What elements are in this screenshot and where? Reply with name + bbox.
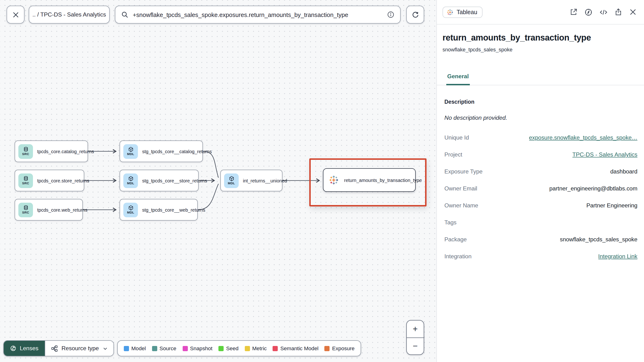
resource-package-subtitle: snowflake_tpcds_sales_spoke xyxy=(442,47,638,52)
owner-name-value: Partner Engineering xyxy=(586,202,638,209)
cube-icon xyxy=(128,147,134,152)
database-icon xyxy=(23,147,28,152)
graph-node-stg-catalog-returns[interactable]: MDL stg_tpcds_core__catalog_returns xyxy=(120,140,203,162)
resource-type-label: Resource type xyxy=(62,345,99,352)
info-icon[interactable] xyxy=(387,11,394,18)
node-label: return_amounts_by_transaction_type xyxy=(344,177,422,183)
database-icon xyxy=(23,205,28,211)
graph-node-stg-store-returns[interactable]: MDL stg_tpcds_core__store_returns xyxy=(120,170,199,191)
field-row-unique-id: Unique Id exposure.snowflake_tpcds_sales… xyxy=(444,129,638,146)
graph-node-src-store-returns[interactable]: SRC tpcds_core.store_returns xyxy=(14,170,84,191)
source-badge: SRC xyxy=(18,173,33,188)
search-input[interactable] xyxy=(133,11,383,18)
search-icon xyxy=(121,11,128,18)
node-label: tpcds_core.store_returns xyxy=(37,178,89,183)
model-badge: MDL xyxy=(224,173,239,188)
integration-badge: Tableau xyxy=(442,6,482,18)
node-label: int_returns__unioned xyxy=(243,178,287,183)
metric-swatch xyxy=(244,346,250,351)
node-label: tpcds_core.catalog_returns xyxy=(37,149,94,154)
chevron-down-icon xyxy=(103,346,108,351)
refresh-icon xyxy=(411,11,419,19)
close-lineage-button[interactable] xyxy=(6,6,24,24)
close-panel-icon[interactable] xyxy=(629,8,637,16)
model-swatch xyxy=(124,346,129,351)
resource-title: return_amounts_by_transaction_type xyxy=(442,33,638,43)
semantic-model-swatch xyxy=(273,346,278,351)
breadcrumb-label: .. / TPC-DS - Sales Analytics xyxy=(32,11,106,18)
zoom-in-button[interactable]: + xyxy=(407,320,424,337)
lenses-bar: Lenses Resource type xyxy=(3,340,114,356)
description-value: No description provided. xyxy=(444,115,638,121)
source-badge: SRC xyxy=(18,203,33,217)
panel-actions xyxy=(570,8,637,16)
share-icon[interactable] xyxy=(614,8,622,16)
graph-node-exposure-return-amounts[interactable]: return_amounts_by_transaction_type xyxy=(323,168,416,192)
graph-node-int-returns-unioned[interactable]: MDL int_returns__unioned xyxy=(220,170,282,191)
source-swatch xyxy=(152,346,157,351)
cube-icon xyxy=(128,176,134,182)
details-panel-header: Tableau xyxy=(437,0,644,25)
integration-link[interactable]: Integration Link xyxy=(598,253,638,260)
zoom-controls: + − xyxy=(406,320,424,355)
detail-rows: Unique Id exposure.snowflake_tpcds_sales… xyxy=(444,129,638,265)
close-icon xyxy=(12,11,19,18)
open-in-new-icon[interactable] xyxy=(570,8,578,16)
explore-compass-icon[interactable] xyxy=(584,8,593,16)
unique-id-link[interactable]: exposure.snowflake_tpcds_sales_spoke… xyxy=(529,134,638,141)
field-row-tags: Tags xyxy=(444,214,638,231)
node-label: stg_tpcds_core__catalog_returns xyxy=(142,149,212,154)
project-link[interactable]: TPC-DS - Sales Analytics xyxy=(572,151,638,158)
graph-node-src-web-returns[interactable]: SRC tpcds_core.web_returns xyxy=(14,199,83,221)
refresh-lineage-button[interactable] xyxy=(406,6,424,24)
details-panel: Tableau return_amounts_by_transaction_ty… xyxy=(436,0,644,362)
resource-type-dropdown[interactable]: Resource type xyxy=(44,341,114,356)
zoom-in-icon: + xyxy=(412,325,418,333)
package-value: snowflake_tpcds_sales_spoke xyxy=(560,236,638,243)
legend-item-semantic-model: Semantic Model xyxy=(273,345,318,351)
legend-item-snapshot: Snapshot xyxy=(182,345,212,351)
node-label: stg_tpcds_core__web_returns xyxy=(142,207,205,212)
node-label: tpcds_core.web_returns xyxy=(37,207,87,212)
model-badge: MDL xyxy=(123,144,138,159)
tableau-logo-icon xyxy=(328,174,340,186)
seed-swatch xyxy=(219,346,224,351)
lineage-search[interactable] xyxy=(115,6,400,24)
legend-item-metric: Metric xyxy=(244,345,267,351)
legend-item-exposure: Exposure xyxy=(324,345,354,351)
model-badge: MDL xyxy=(123,173,138,188)
graph-node-stg-web-returns[interactable]: MDL stg_tpcds_core__web_returns xyxy=(120,199,198,221)
code-icon[interactable] xyxy=(599,8,608,16)
field-row-exposure-type: Exposure Type dashboard xyxy=(444,163,638,180)
legend-item-model: Model xyxy=(124,345,146,351)
legend-item-seed: Seed xyxy=(219,345,239,351)
graph-node-src-catalog-returns[interactable]: SRC tpcds_core.catalog_returns xyxy=(14,140,88,162)
lineage-canvas[interactable]: SRC tpcds_core.catalog_returns MDL stg_t… xyxy=(0,0,436,362)
integration-badge-label: Tableau xyxy=(457,9,477,15)
panel-tabs: General xyxy=(437,71,644,85)
tableau-logo-icon xyxy=(446,8,454,16)
database-icon xyxy=(23,176,28,182)
owner-email-value: partner_engineering@dbtlabs.com xyxy=(550,185,638,192)
field-row-owner-name: Owner Name Partner Engineering xyxy=(444,197,638,214)
field-row-owner-email: Owner Email partner_engineering@dbtlabs.… xyxy=(444,180,638,197)
resource-type-icon xyxy=(50,345,58,352)
legend-item-source: Source xyxy=(152,345,176,351)
resource-type-legend: Model Source Snapshot Seed Metric Semant… xyxy=(117,340,361,356)
breadcrumb[interactable]: .. / TPC-DS - Sales Analytics xyxy=(29,6,110,24)
node-label: stg_tpcds_core__store_returns xyxy=(142,178,207,183)
zoom-out-icon: − xyxy=(412,342,418,350)
lenses-button[interactable]: Lenses xyxy=(4,341,44,356)
cube-icon xyxy=(228,176,234,182)
tab-general[interactable]: General xyxy=(446,71,470,85)
exposure-type-value: dashboard xyxy=(610,168,638,175)
field-row-project: Project TPC-DS - Sales Analytics xyxy=(444,146,638,163)
model-badge: MDL xyxy=(123,203,138,217)
zoom-out-button[interactable]: − xyxy=(407,337,424,354)
lenses-label: Lenses xyxy=(20,345,38,352)
exposure-swatch xyxy=(324,346,330,351)
source-badge: SRC xyxy=(18,144,33,159)
panel-body: Description No description provided. Uni… xyxy=(437,99,644,265)
field-row-package: Package snowflake_tpcds_sales_spoke xyxy=(444,231,638,248)
snapshot-swatch xyxy=(182,346,188,351)
